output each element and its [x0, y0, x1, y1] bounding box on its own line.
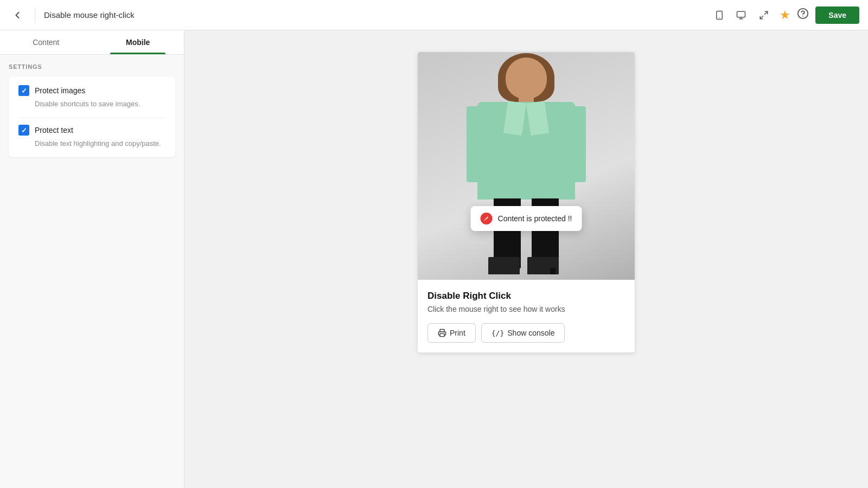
print-button[interactable]: Print	[427, 323, 476, 343]
protect-images-label: Protect images	[35, 86, 85, 95]
print-label: Print	[450, 329, 465, 337]
left-panel: Content Mobile SETTINGS ✓ Protect images…	[0, 30, 184, 488]
preview-card: ! Content is protected !! Disable Right …	[418, 52, 635, 352]
tab-content[interactable]: Content	[0, 30, 92, 54]
tabs-bar: Content Mobile	[0, 30, 184, 55]
settings-card: ✓ Protect images Disable shortcuts to sa…	[9, 76, 175, 157]
protect-text-label: Protect text	[35, 126, 73, 134]
fashion-background	[418, 52, 635, 280]
app-header: Disable mouse right-click ★	[0, 0, 868, 30]
svg-line-5	[765, 11, 768, 14]
svg-rect-9	[440, 333, 444, 336]
preview-actions: Print {/} Show console	[427, 323, 625, 343]
preview-image: ! Content is protected !!	[418, 52, 635, 280]
settings-divider	[18, 118, 165, 118]
checkmark-icon: ✓	[21, 126, 27, 134]
checkmark-icon: ✓	[21, 87, 27, 95]
preview-content-area: Disable Right Click Click the mouse righ…	[418, 280, 635, 352]
warning-icon: !	[478, 210, 495, 227]
settings-section: SETTINGS ✓ Protect images Disable shortc…	[0, 55, 184, 166]
preview-heading: Disable Right Click	[427, 291, 625, 301]
print-icon	[438, 329, 446, 337]
toast-message: Content is protected !!	[498, 214, 572, 223]
page-title: Disable mouse right-click	[44, 10, 705, 20]
svg-rect-2	[737, 11, 745, 17]
console-label: Show console	[507, 329, 554, 337]
protect-images-header: ✓ Protect images	[18, 85, 165, 96]
figure-coat	[477, 102, 575, 200]
protect-images-desc: Disable shortcuts to save images.	[35, 99, 165, 109]
protect-text-desc: Disable text highlighting and copy/paste…	[35, 139, 165, 149]
protect-text-header: ✓ Protect text	[18, 125, 165, 136]
back-button[interactable]	[9, 7, 26, 24]
console-icon: {/}	[492, 329, 504, 337]
mobile-view-button[interactable]	[711, 7, 727, 24]
save-button[interactable]: Save	[815, 7, 859, 24]
tab-mobile[interactable]: Mobile	[92, 30, 184, 54]
device-switcher	[711, 7, 773, 24]
preview-subtext: Click the mouse right to see how it work…	[427, 305, 625, 313]
help-button[interactable]	[797, 8, 809, 23]
model-figure	[467, 57, 586, 274]
header-divider	[35, 8, 35, 23]
settings-label: SETTINGS	[9, 63, 175, 70]
protect-images-item: ✓ Protect images Disable shortcuts to sa…	[18, 85, 165, 109]
main-layout: Content Mobile SETTINGS ✓ Protect images…	[0, 30, 868, 488]
star-button[interactable]: ★	[780, 8, 790, 22]
protect-images-checkbox[interactable]: ✓	[18, 85, 29, 96]
content-protected-toast: ! Content is protected !!	[471, 206, 582, 231]
figure-head	[506, 57, 547, 99]
console-button[interactable]: {/} Show console	[481, 323, 565, 343]
header-actions: ★ Save	[780, 7, 859, 24]
responsive-view-button[interactable]	[755, 7, 773, 23]
figure-heel-right	[550, 268, 556, 274]
svg-line-6	[761, 16, 763, 18]
right-preview: ! Content is protected !! Disable Right …	[184, 30, 868, 488]
protect-text-checkbox[interactable]: ✓	[18, 125, 29, 136]
protect-text-item: ✓ Protect text Disable text highlighting…	[18, 125, 165, 149]
figure-boot-left	[488, 257, 520, 274]
desktop-view-button[interactable]	[732, 7, 750, 23]
